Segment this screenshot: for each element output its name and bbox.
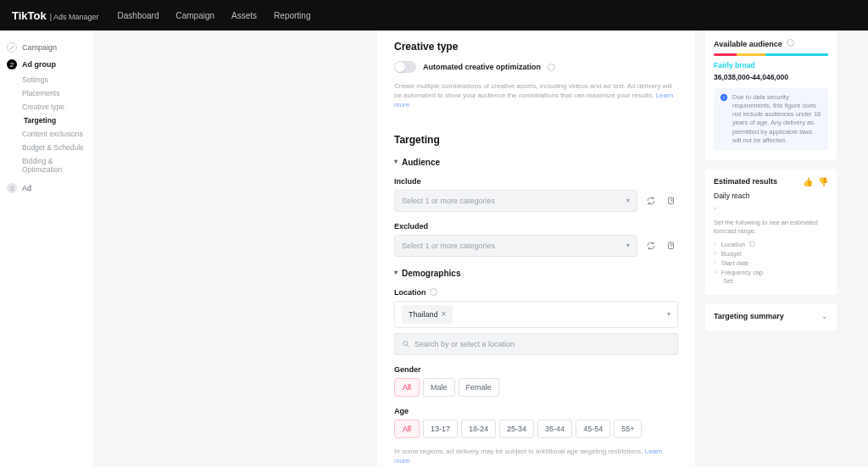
gender-label: Gender [394, 365, 678, 374]
nav-campaign[interactable]: Campaign [176, 11, 215, 20]
step-number-icon: 2 [7, 59, 17, 69]
brand: TikTok | Ads Manager [12, 9, 99, 22]
list-item: Budget [714, 249, 828, 259]
location-label: Location [394, 288, 678, 297]
age-25-34[interactable]: 25-34 [499, 420, 534, 438]
estimated-required-list: Location Budget Start date Frequency cap… [714, 240, 828, 285]
chip-remove-icon[interactable]: × [442, 309, 447, 319]
list-item: Location [714, 240, 828, 249]
age-55p[interactable]: 55+ [614, 420, 642, 438]
step-label: Ad [22, 184, 31, 192]
gender-female[interactable]: Female [459, 378, 499, 397]
gender-segment-group: All Male Female [394, 378, 678, 397]
excluded-select[interactable]: Select 1 or more categories [394, 235, 637, 257]
brand-name: TikTok [12, 9, 47, 22]
nav-dashboard[interactable]: Dashboard [118, 11, 159, 20]
audience-meter [714, 53, 828, 56]
estimated-metric-value: - [714, 203, 828, 212]
targeting-summary-card[interactable]: Targeting summary ⌄ [705, 303, 837, 331]
set-hint: Set [714, 277, 828, 285]
create-icon[interactable] [665, 239, 678, 253]
thumbs-down-icon[interactable]: 👎 [818, 177, 828, 186]
age-18-24[interactable]: 18-24 [461, 420, 496, 438]
gender-male[interactable]: Male [423, 378, 455, 397]
sidebar-item-budget-schedule[interactable]: Budget & Schedule [0, 141, 93, 154]
brand-subtitle: | Ads Manager [50, 13, 99, 21]
refresh-icon[interactable] [644, 194, 658, 208]
location-chip-box[interactable]: Thailand × [394, 301, 678, 328]
top-nav: TikTok | Ads Manager Dashboard Campaign … [0, 0, 868, 31]
aco-label: Automated creative optimization [423, 63, 541, 71]
step-ad[interactable]: 3 Ad [0, 180, 93, 197]
sidebar-item-settings[interactable]: Settings [0, 73, 93, 86]
nav-assets[interactable]: Assets [231, 11, 257, 20]
include-select[interactable]: Select 1 or more categories [394, 190, 637, 212]
demographics-subheader[interactable]: Demographics [394, 269, 678, 278]
age-35-44[interactable]: 35-44 [537, 420, 572, 438]
age-all[interactable]: All [394, 420, 420, 438]
age-45-54[interactable]: 45-54 [576, 420, 610, 438]
audience-band-label: Fairly broad [714, 61, 828, 69]
step-label: Campaign [22, 43, 57, 52]
audience-subheader[interactable]: Audience [394, 158, 678, 167]
sidebar-item-content-exclusions[interactable]: Content exclusions [0, 127, 93, 141]
step-number-icon: 3 [7, 183, 17, 193]
list-item: Start date [714, 259, 828, 268]
aco-toggle[interactable] [394, 61, 416, 73]
aco-description: Create multiple combinations of creative… [394, 81, 678, 110]
info-icon: i [720, 93, 728, 102]
age-label: Age [394, 407, 678, 415]
chevron-down-icon[interactable]: ⌄ [821, 312, 828, 320]
card-title: Targeting summary [714, 312, 784, 320]
estimated-metric-label: Daily reach [714, 192, 828, 200]
location-chip: Thailand × [402, 305, 453, 324]
estimated-help-text: Set the following to see an estimated fo… [714, 219, 828, 236]
age-note: In some regions, ad delivery may be subj… [394, 447, 678, 465]
include-label: Include [394, 177, 678, 186]
sidebar: ✓ Campaign 2 Ad group Settings Placement… [0, 31, 93, 467]
creative-type-heading: Creative type [394, 41, 678, 53]
nav-links: Dashboard Campaign Assets Reporting [118, 11, 311, 20]
targeting-heading: Targeting [394, 134, 678, 146]
audience-note: i Due to data security requirements, thi… [714, 88, 828, 150]
available-audience-card: Available audience Fairly broad 36,038,0… [705, 31, 837, 160]
step-label: Ad group [22, 60, 56, 69]
main-panel: Creative type Automated creative optimiz… [377, 31, 695, 467]
nav-reporting[interactable]: Reporting [274, 11, 310, 20]
step-adgroup[interactable]: 2 Ad group [0, 56, 93, 73]
search-icon [402, 340, 410, 348]
thumbs-up-icon[interactable]: 👍 [803, 177, 813, 186]
gender-all[interactable]: All [394, 378, 420, 397]
age-13-17[interactable]: 13-17 [423, 420, 458, 438]
excluded-label: Excluded [394, 222, 678, 231]
audience-range: 36,038,000-44,046,000 [714, 73, 828, 81]
age-segment-group: All 13-17 18-24 25-34 35-44 45-54 55+ [394, 420, 678, 438]
info-icon[interactable] [430, 288, 437, 296]
card-title: Estimated results 👍 👎 [714, 177, 828, 186]
right-rail: Available audience Fairly broad 36,038,0… [705, 31, 837, 467]
info-icon[interactable] [548, 64, 555, 71]
info-icon[interactable] [787, 39, 794, 47]
list-item: Frequency cap [714, 268, 828, 277]
sidebar-item-targeting[interactable]: Targeting [0, 114, 93, 127]
svg-point-2 [403, 341, 408, 345]
sidebar-item-creative-type[interactable]: Creative type [0, 100, 93, 114]
step-campaign[interactable]: ✓ Campaign [0, 39, 93, 56]
feedback-thumbs: 👍 👎 [803, 177, 828, 186]
create-icon[interactable] [665, 194, 678, 208]
svg-text:i: i [723, 95, 724, 100]
refresh-icon[interactable] [644, 239, 658, 253]
location-search-input[interactable]: Search by or select a location [394, 333, 678, 355]
check-icon: ✓ [7, 42, 17, 53]
info-icon[interactable] [749, 241, 755, 247]
sidebar-item-placements[interactable]: Placements [0, 86, 93, 100]
sidebar-item-bidding-optimization[interactable]: Bidding & Optimization [0, 154, 93, 176]
card-title: Available audience [714, 39, 828, 48]
estimated-results-card: Estimated results 👍 👎 Daily reach - Set … [705, 169, 837, 295]
